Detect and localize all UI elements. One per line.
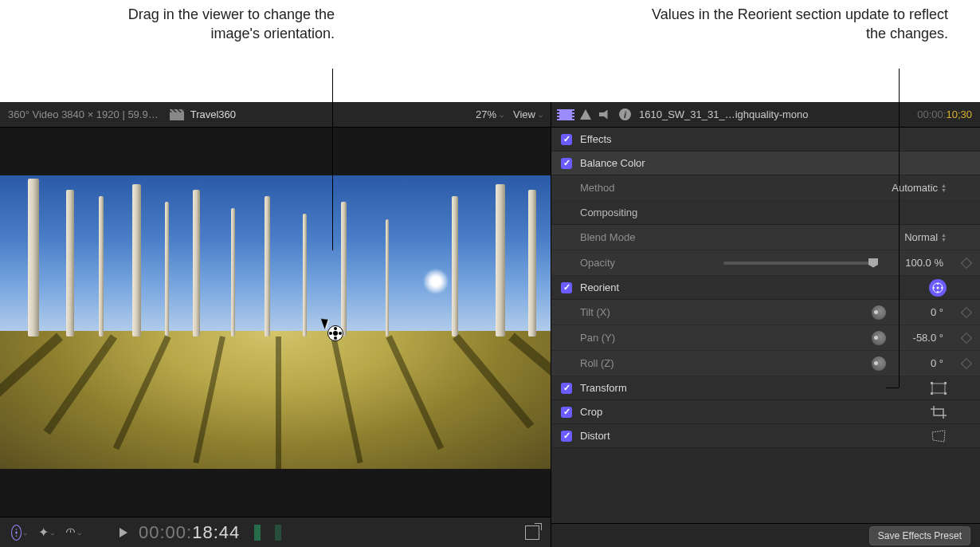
method-label: Method (580, 182, 715, 194)
keyframe-button[interactable] (961, 332, 972, 343)
section-transform[interactable]: Transform (551, 376, 980, 400)
tilt-label: Tilt (X) (580, 306, 715, 318)
row-roll: Roll (Z) 0 ° (551, 351, 980, 376)
svg-rect-8 (931, 382, 933, 384)
crop-onscreen-icon[interactable] (931, 406, 947, 419)
viewer-canvas[interactable] (0, 128, 551, 517)
svg-point-6 (941, 287, 943, 289)
row-tilt: Tilt (X) 0 ° (551, 300, 980, 325)
transform-onscreen-icon[interactable] (931, 382, 947, 395)
viewer-clip-name: Travel360 (190, 108, 236, 120)
keyframe-button[interactable] (961, 357, 972, 368)
clapperboard-icon (170, 109, 184, 120)
method-popup[interactable]: Automatic ▲▼ (892, 182, 947, 194)
section-distort[interactable]: Distort (551, 424, 980, 448)
callout-right-text: Values in the Reorient section update to… (652, 6, 948, 41)
retime-tool-menu[interactable]: ⌵ (65, 525, 81, 541)
svg-rect-7 (932, 384, 945, 393)
blend-mode-popup[interactable]: Normal ▲▼ (904, 231, 947, 243)
svg-marker-12 (932, 431, 945, 442)
compositing-title: Compositing (580, 207, 970, 218)
svg-marker-0 (580, 109, 591, 120)
row-method: Method Automatic ▲▼ (551, 175, 980, 201)
tilt-dial[interactable] (872, 305, 886, 320)
callout-right: Values in the Reorient section update to… (645, 5, 948, 44)
svg-rect-9 (944, 382, 947, 384)
zoom-value: 27% (476, 108, 496, 120)
stepper-icon: ▲▼ (941, 183, 947, 193)
crop-title: Crop (580, 406, 931, 418)
save-effects-preset-button[interactable]: Save Effects Preset (869, 526, 970, 545)
inspector-body: Effects Balance Color Method Automatic ▲… (551, 128, 980, 523)
view-label: View (513, 108, 535, 120)
viewer-format-info: 360° Video 3840 × 1920 | 59.9… (8, 108, 159, 120)
svg-rect-10 (931, 392, 933, 395)
play-button[interactable] (120, 528, 127, 537)
section-reorient[interactable]: Reorient (551, 276, 980, 300)
row-pan: Pan (Y) -58.0 ° (551, 325, 980, 351)
distort-onscreen-icon[interactable] (931, 430, 947, 443)
blend-mode-label: Blend Mode (580, 231, 715, 243)
row-blend-mode: Blend Mode Normal ▲▼ (551, 225, 980, 250)
color-inspector-tab[interactable] (580, 109, 591, 120)
distort-checkbox[interactable] (561, 431, 572, 442)
transform-title: Transform (580, 382, 931, 394)
section-effects[interactable]: Effects (551, 128, 980, 152)
zoom-menu[interactable]: 27%⌵ (476, 108, 504, 120)
pan-dial[interactable] (872, 331, 886, 345)
effects-tool-menu[interactable]: ✦⌵ (38, 525, 54, 541)
crop-checkbox[interactable] (561, 407, 572, 418)
info-inspector-tab[interactable]: i (619, 108, 631, 120)
viewer-pane: 360° Video 3840 × 1920 | 59.9… Travel360… (0, 102, 551, 547)
chevron-down-icon: ⌵ (500, 111, 504, 119)
keyframe-button[interactable] (961, 257, 972, 268)
audio-inspector-tab[interactable] (599, 110, 611, 120)
chevron-down-icon: ⌵ (539, 111, 543, 119)
svg-point-5 (933, 287, 935, 289)
callout-left: Drag in the viewer to change the image's… (104, 5, 335, 44)
effects-checkbox[interactable] (561, 134, 572, 145)
fullscreen-button[interactable] (525, 525, 539, 540)
stepper-icon: ▲▼ (941, 233, 947, 242)
keyframe-button[interactable] (961, 306, 972, 317)
opacity-label: Opacity (580, 257, 715, 269)
pan-label: Pan (Y) (580, 332, 715, 344)
svg-point-2 (937, 286, 939, 289)
reorient-tool-menu[interactable]: ⌵ (11, 525, 27, 541)
balance-color-title: Balance Color (580, 157, 970, 169)
opacity-slider[interactable] (723, 262, 878, 265)
callout-left-text: Drag in the viewer to change the image's… (128, 6, 335, 41)
view-menu[interactable]: View⌵ (513, 108, 543, 120)
effects-title: Effects (580, 133, 970, 145)
viewer-timecode[interactable]: 00:00:18:44 (139, 522, 240, 543)
reorient-onscreen-icon[interactable] (929, 279, 947, 297)
reorient-checkbox[interactable] (561, 282, 572, 293)
inspector-header: i 1610_SW_31_31_…ighquality-mono 00:00:1… (551, 102, 980, 128)
transform-checkbox[interactable] (561, 383, 572, 394)
roll-label: Roll (Z) (580, 357, 715, 369)
timecode-bright: 18:44 (192, 522, 240, 542)
viewer-footer: ⌵ ✦⌵ ⌵ 00:00:18:44 (0, 517, 551, 547)
inspector-clip-name: 1610_SW_31_31_…ighquality-mono (639, 108, 909, 120)
video-inspector-tab[interactable] (559, 109, 572, 120)
roll-dial[interactable] (872, 356, 886, 371)
reorient-title: Reorient (580, 281, 929, 293)
inspector-footer: Save Effects Preset (551, 523, 980, 547)
section-balance-color[interactable]: Balance Color (551, 152, 980, 175)
timecode-dim: 00:00: (139, 522, 192, 542)
reorient-cursor-icon (323, 317, 329, 329)
svg-point-4 (937, 291, 939, 293)
svg-point-3 (937, 283, 939, 285)
audio-meter-icon (275, 525, 281, 541)
distort-title: Distort (580, 430, 931, 442)
inspector-pane: i 1610_SW_31_31_…ighquality-mono 00:00:1… (551, 102, 980, 547)
svg-rect-11 (944, 392, 947, 395)
section-crop[interactable]: Crop (551, 400, 980, 424)
balance-color-checkbox[interactable] (561, 158, 572, 169)
row-opacity: Opacity 100.0 % (551, 250, 980, 276)
audio-meter-icon (254, 525, 261, 541)
section-compositing[interactable]: Compositing (551, 201, 980, 225)
viewer-header: 360° Video 3840 × 1920 | 59.9… Travel360… (0, 102, 551, 128)
inspector-timecode: 00:00:10;30 (917, 108, 972, 120)
